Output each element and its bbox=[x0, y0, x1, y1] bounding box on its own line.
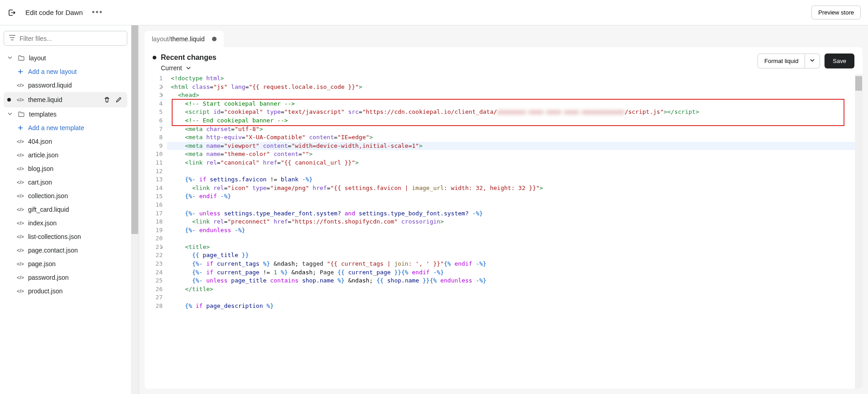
dirty-dot bbox=[7, 98, 11, 102]
recent-changes-title: Recent changes bbox=[161, 54, 217, 62]
file-index-json[interactable]: </>index.json bbox=[4, 216, 127, 230]
folder-templates[interactable]: templates bbox=[4, 107, 127, 121]
exit-icon[interactable] bbox=[7, 8, 16, 17]
chevron-down-icon bbox=[186, 65, 191, 71]
more-icon[interactable]: ••• bbox=[92, 8, 103, 17]
add-new-templates[interactable]: Add a new template bbox=[4, 121, 127, 135]
code-file-icon: </> bbox=[16, 246, 24, 254]
file-cart-json[interactable]: </>cart.json bbox=[4, 175, 127, 189]
code-file-icon: </> bbox=[16, 178, 24, 186]
tab-dirty-dot bbox=[212, 37, 217, 41]
file-label: article.json bbox=[28, 151, 124, 159]
folder-label: templates bbox=[29, 111, 124, 118]
filter-files-input[interactable] bbox=[19, 35, 122, 42]
file-404-json[interactable]: </>404.json bbox=[4, 135, 127, 148]
add-label: Add a new template bbox=[28, 124, 124, 131]
delete-icon[interactable] bbox=[102, 95, 112, 105]
file-gift_card-liquid[interactable]: </>gift_card.liquid bbox=[4, 203, 127, 216]
page-title: Edit code for Dawn bbox=[25, 9, 83, 16]
code-file-icon: </> bbox=[16, 137, 24, 146]
code-file-icon: </> bbox=[16, 205, 24, 214]
file-label: list-collections.json bbox=[28, 233, 124, 240]
plus-icon bbox=[16, 124, 24, 132]
current-dropdown[interactable]: Current bbox=[153, 64, 217, 72]
file-article-json[interactable]: </>article.json bbox=[4, 148, 127, 162]
edit-icon[interactable] bbox=[114, 95, 124, 105]
code-editor[interactable]: 12▾3▾456789101112131415161718192021▾2223… bbox=[145, 74, 863, 389]
folder-layout[interactable]: layout bbox=[4, 51, 127, 65]
chevron-down-icon bbox=[7, 54, 14, 62]
filter-files-box[interactable] bbox=[4, 31, 127, 46]
tab-theme-liquid[interactable]: layout/theme.liquid bbox=[145, 31, 224, 47]
code-file-icon: </> bbox=[16, 96, 24, 104]
code-file-icon: </> bbox=[16, 219, 24, 227]
tab-prefix: layout/ bbox=[152, 35, 170, 43]
file-label: product.json bbox=[28, 287, 124, 295]
file-page-contact-json[interactable]: </>page.contact.json bbox=[4, 243, 127, 257]
recent-changes-dot bbox=[153, 56, 156, 59]
code-file-icon: </> bbox=[16, 260, 24, 268]
editor-scrollbar[interactable] bbox=[855, 74, 863, 389]
file-label: password.liquid bbox=[28, 82, 124, 89]
code-file-icon: </> bbox=[16, 233, 24, 241]
file-label: theme.liquid bbox=[28, 96, 98, 103]
chevron-down-icon bbox=[810, 58, 815, 63]
file-blog-json[interactable]: </>blog.json bbox=[4, 162, 127, 175]
save-button[interactable]: Save bbox=[825, 54, 854, 68]
file-theme-liquid[interactable]: </>theme.liquid bbox=[4, 92, 127, 107]
file-label: 404.json bbox=[28, 138, 124, 145]
folder-label: layout bbox=[29, 54, 124, 62]
file-list-collections-json[interactable]: </>list-collections.json bbox=[4, 230, 127, 243]
editor-tabs: layout/theme.liquid bbox=[139, 25, 868, 47]
sidebar-scrollbar[interactable] bbox=[131, 25, 139, 394]
folder-icon bbox=[17, 110, 25, 118]
tab-name: theme.liquid bbox=[170, 35, 205, 43]
filter-icon bbox=[9, 34, 16, 42]
code-file-icon: </> bbox=[16, 273, 24, 282]
code-content[interactable]: <!doctype html><html class="js" lang="{{… bbox=[167, 74, 855, 389]
file-label: blog.json bbox=[28, 165, 124, 172]
chevron-down-icon bbox=[7, 111, 14, 118]
file-page-json[interactable]: </>page.json bbox=[4, 257, 127, 271]
file-label: collection.json bbox=[28, 192, 124, 199]
file-product-json[interactable]: </>product.json bbox=[4, 284, 127, 298]
code-file-icon: </> bbox=[16, 151, 24, 159]
add-label: Add a new layout bbox=[28, 68, 124, 75]
file-password-liquid[interactable]: </>password.liquid bbox=[4, 78, 127, 92]
file-label: index.json bbox=[28, 219, 124, 227]
format-liquid-button-group: Format liquid bbox=[757, 54, 820, 68]
file-sidebar: layoutAdd a new layout</>password.liquid… bbox=[0, 25, 131, 394]
folder-icon bbox=[17, 54, 25, 62]
current-label: Current bbox=[161, 64, 182, 72]
plus-icon bbox=[16, 68, 24, 76]
file-label: password.json bbox=[28, 274, 124, 281]
preview-store-button[interactable]: Preview store bbox=[811, 5, 861, 19]
code-file-icon: </> bbox=[16, 165, 24, 173]
file-password-json[interactable]: </>password.json bbox=[4, 271, 127, 284]
format-liquid-button[interactable]: Format liquid bbox=[757, 54, 805, 68]
file-label: gift_card.liquid bbox=[28, 206, 124, 213]
line-gutter: 12▾3▾456789101112131415161718192021▾2223… bbox=[145, 74, 167, 389]
file-label: cart.json bbox=[28, 179, 124, 186]
code-file-icon: </> bbox=[16, 81, 24, 89]
file-collection-json[interactable]: </>collection.json bbox=[4, 189, 127, 203]
file-label: page.json bbox=[28, 260, 124, 268]
add-new-layout[interactable]: Add a new layout bbox=[4, 65, 127, 78]
app-header: Edit code for Dawn ••• Preview store bbox=[0, 0, 868, 25]
code-file-icon: </> bbox=[16, 287, 24, 295]
file-label: page.contact.json bbox=[28, 247, 124, 254]
code-file-icon: </> bbox=[16, 192, 24, 200]
format-liquid-dropdown[interactable] bbox=[805, 54, 820, 68]
